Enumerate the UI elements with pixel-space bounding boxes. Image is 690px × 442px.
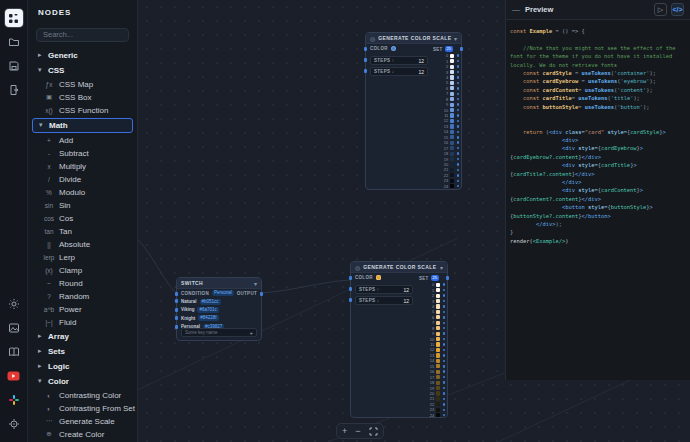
- base-color-chip[interactable]: [391, 46, 396, 51]
- sidebar-item-fluid[interactable]: |~|Fluid: [28, 316, 137, 329]
- sidebar-item-generate-scale[interactable]: ⋯Generate Scale: [28, 415, 137, 428]
- base-color-chip[interactable]: [376, 275, 381, 280]
- code-editor[interactable]: const Example = () => { //Note that you …: [506, 20, 690, 378]
- output-port[interactable]: [443, 370, 446, 373]
- output-port[interactable]: [457, 131, 460, 134]
- output-port[interactable]: [443, 392, 446, 395]
- chevron-down-icon[interactable]: ▾: [454, 35, 457, 42]
- color-swatch[interactable]: [436, 304, 440, 308]
- color-swatch[interactable]: [450, 162, 454, 166]
- output-port[interactable]: [443, 338, 446, 341]
- input-port-color[interactable]: [349, 276, 352, 280]
- color-swatch[interactable]: [436, 332, 440, 336]
- color-swatch[interactable]: [450, 54, 454, 58]
- output-port-set[interactable]: [460, 47, 463, 51]
- output-port[interactable]: [443, 327, 446, 330]
- color-swatch[interactable]: [436, 353, 440, 357]
- output-port[interactable]: [443, 305, 446, 308]
- sidebar-category-sets[interactable]: ▸Sets: [28, 344, 137, 359]
- sidebar-item-cos[interactable]: cosCos: [28, 212, 137, 225]
- node-generate-color-scale-blue[interactable]: ◎ GENERATE COLOR SCALE ▾ COLOR SET 25 ST…: [365, 32, 462, 190]
- color-swatch[interactable]: [436, 391, 440, 395]
- color-swatch[interactable]: [436, 283, 440, 287]
- color-swatch[interactable]: [450, 70, 454, 74]
- color-swatch[interactable]: [436, 348, 440, 352]
- color-swatch[interactable]: [436, 337, 440, 341]
- code-view-button[interactable]: </>: [671, 3, 684, 16]
- sidebar-item-create-color[interactable]: ⊕Create Color: [28, 428, 137, 441]
- color-swatch[interactable]: [450, 75, 454, 79]
- output-port[interactable]: [457, 54, 460, 57]
- color-swatch[interactable]: [436, 315, 440, 319]
- output-port[interactable]: [457, 147, 460, 150]
- output-port[interactable]: [443, 316, 446, 319]
- color-swatch[interactable]: [450, 184, 454, 188]
- output-port[interactable]: [457, 82, 460, 85]
- color-swatch[interactable]: [436, 386, 440, 390]
- sidebar-item-round[interactable]: ~Round: [28, 277, 137, 290]
- output-port[interactable]: [457, 76, 460, 79]
- save-button[interactable]: [5, 57, 23, 75]
- input-port-steps-up[interactable]: [364, 58, 367, 62]
- sidebar-category-css[interactable]: ▾CSS: [28, 63, 137, 78]
- gallery-button[interactable]: [5, 319, 23, 337]
- sidebar-item-multiply[interactable]: xMultiply: [28, 160, 137, 173]
- color-swatch[interactable]: [436, 375, 440, 379]
- sidebar-item-random[interactable]: ?Random: [28, 290, 137, 303]
- color-swatch[interactable]: [450, 86, 454, 90]
- color-swatch[interactable]: [450, 65, 454, 69]
- output-port[interactable]: [457, 114, 460, 117]
- output-port[interactable]: [443, 376, 446, 379]
- output-port[interactable]: [457, 174, 460, 177]
- sidebar-item-contrasting-from-set[interactable]: ◐Contrasting From Set: [28, 402, 137, 415]
- sidebar-item-lerp[interactable]: lerpLerp: [28, 251, 137, 264]
- output-port[interactable]: [457, 60, 460, 63]
- output-port[interactable]: [443, 311, 446, 314]
- condition-value-chip[interactable]: Personal: [212, 290, 234, 296]
- output-port[interactable]: [457, 185, 460, 188]
- node-generate-color-scale-yellow[interactable]: ◎ GENERATE COLOR SCALE ▾ COLOR SET 25 ST…: [350, 261, 448, 418]
- input-port[interactable]: [175, 299, 178, 303]
- output-port[interactable]: [443, 294, 446, 297]
- color-swatch[interactable]: [436, 294, 440, 298]
- color-swatch[interactable]: [450, 59, 454, 63]
- output-port[interactable]: [443, 283, 446, 286]
- slack-link[interactable]: [5, 391, 23, 409]
- theme-toggle-button[interactable]: [5, 295, 23, 313]
- color-swatch[interactable]: [450, 81, 454, 85]
- color-swatch[interactable]: [436, 370, 440, 374]
- output-port[interactable]: [443, 398, 446, 401]
- run-preview-button[interactable]: ▷: [654, 3, 667, 16]
- color-swatch[interactable]: [436, 326, 440, 330]
- color-swatch[interactable]: [450, 141, 454, 145]
- color-swatch[interactable]: [436, 381, 440, 385]
- export-button[interactable]: [5, 81, 23, 99]
- input-port-steps-down[interactable]: [364, 69, 367, 73]
- node-header[interactable]: ◎ GENERATE COLOR SCALE ▾: [366, 33, 461, 44]
- output-port[interactable]: [443, 322, 446, 325]
- color-swatch[interactable]: [450, 135, 454, 139]
- color-swatch[interactable]: [450, 173, 454, 177]
- sidebar-category-math[interactable]: ▾Math: [32, 118, 133, 133]
- sidebar-item-modulo[interactable]: %Modulo: [28, 186, 137, 199]
- color-swatch[interactable]: [450, 146, 454, 150]
- output-port[interactable]: [457, 163, 460, 166]
- add-key-input[interactable]: Some key name +: [181, 328, 257, 337]
- color-swatch[interactable]: [436, 364, 440, 368]
- sidebar-item-css-function[interactable]: x()CSS Function: [28, 104, 137, 117]
- output-port[interactable]: [457, 65, 460, 68]
- color-swatch[interactable]: [450, 97, 454, 101]
- output-port[interactable]: [457, 136, 460, 139]
- steps-down-input[interactable]: STEPS ↓ 12: [355, 296, 413, 305]
- node-header[interactable]: SWITCH ▾: [177, 278, 261, 289]
- output-port[interactable]: [457, 169, 460, 172]
- output-port[interactable]: [443, 360, 446, 363]
- color-swatch[interactable]: [436, 408, 440, 412]
- fit-view-button[interactable]: [369, 427, 378, 436]
- output-port[interactable]: [457, 125, 460, 128]
- sidebar-item-clamp[interactable]: (x)Clamp: [28, 264, 137, 277]
- node-header[interactable]: ◎ GENERATE COLOR SCALE ▾: [351, 262, 447, 273]
- color-swatch[interactable]: [450, 179, 454, 183]
- sidebar-item-absolute[interactable]: ||Absolute: [28, 238, 137, 251]
- output-port[interactable]: [457, 87, 460, 90]
